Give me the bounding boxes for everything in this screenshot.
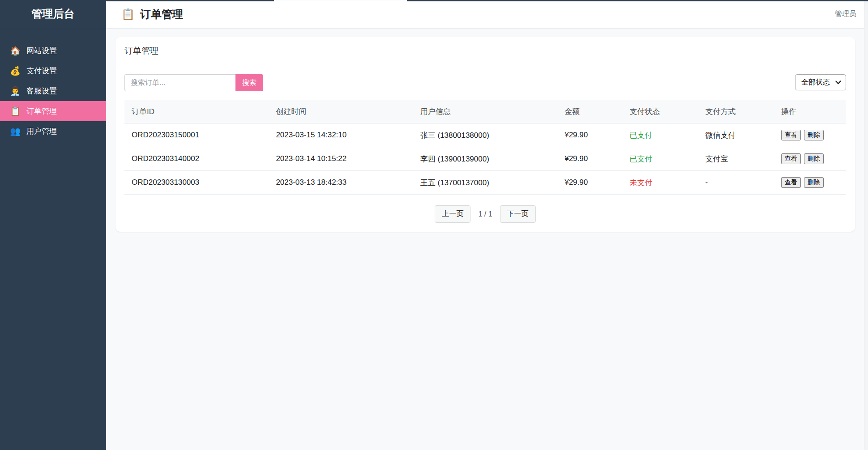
scrollbar[interactable] — [864, 1, 868, 450]
order-id: ORD202303130003 — [124, 171, 269, 195]
actions-cell: 查看删除 — [774, 123, 846, 147]
sidebar-item-label: 用户管理 — [26, 126, 57, 136]
header: 📋 订单管理 管理员 — [106, 0, 868, 29]
sidebar: 管理后台 🏠网站设置💰支付设置👨‍💼客服设置📋订单管理👥用户管理 — [0, 0, 106, 450]
sidebar-item-link[interactable]: 🏠网站设置 — [0, 41, 106, 61]
order-amount: ¥29.90 — [557, 123, 622, 147]
order-created: 2023-03-15 14:32:10 — [269, 123, 413, 147]
table-row: ORD2023031300032023-03-13 18:42:33王五 (13… — [124, 171, 846, 195]
order-created: 2023-03-14 10:15:22 — [269, 147, 413, 171]
toolbar: 搜索 全部状态 — [124, 74, 846, 91]
delete-button[interactable]: 删除 — [804, 130, 824, 140]
pagination: 上一页 1 / 1 下一页 — [124, 205, 846, 223]
view-button[interactable]: 查看 — [781, 153, 801, 164]
sidebar-item-label: 客服设置 — [26, 86, 57, 96]
column-header: 支付状态 — [622, 100, 698, 123]
order-created: 2023-03-13 18:42:33 — [269, 171, 413, 195]
order-amount: ¥29.90 — [557, 171, 622, 195]
table-row: ORD2023031500012023-03-15 14:32:10张三 (13… — [124, 123, 846, 147]
sidebar-menu: 🏠网站设置💰支付设置👨‍💼客服设置📋订单管理👥用户管理 — [0, 41, 106, 141]
sidebar-item-active[interactable]: 📋订单管理 — [0, 101, 106, 121]
order-amount: ¥29.90 — [557, 147, 622, 171]
sidebar-item-label: 网站设置 — [26, 46, 57, 56]
table-row: ORD2023031400022023-03-14 10:15:22李四 (13… — [124, 147, 846, 171]
orders-card: 订单管理 搜索 全部状态 — [115, 37, 855, 232]
order-table-body: ORD2023031500012023-03-15 14:32:10张三 (13… — [124, 123, 846, 195]
actions-cell: 查看删除 — [774, 171, 846, 195]
search-group: 搜索 — [124, 74, 263, 91]
sidebar-item-link[interactable]: 👥用户管理 — [0, 121, 106, 141]
next-page-button[interactable]: 下一页 — [500, 205, 536, 223]
search-button[interactable]: 搜索 — [235, 74, 263, 91]
order-id: ORD202303150001 — [124, 123, 269, 147]
order-user: 张三 (13800138000) — [413, 123, 557, 147]
top-border — [0, 0, 868, 1]
moneybag-icon: 💰 — [10, 66, 21, 76]
actions-cell: 查看删除 — [774, 147, 846, 171]
clipboard-icon: 📋 — [121, 8, 135, 21]
page-title: 📋 订单管理 — [121, 7, 183, 21]
sidebar-item-link[interactable]: 👨‍💼客服设置 — [0, 81, 106, 101]
search-input[interactable] — [124, 74, 235, 91]
column-header: 用户信息 — [413, 100, 557, 123]
agent-icon: 👨‍💼 — [10, 86, 21, 96]
delete-button[interactable]: 删除 — [804, 153, 824, 164]
card-body: 搜索 全部状态 订单ID创建时间用户信息金额支付状态支付方式操作 ORD2 — [115, 65, 855, 232]
sidebar-item-link[interactable]: 💰支付设置 — [0, 61, 106, 81]
app-title: 管理后台 — [0, 0, 106, 28]
chevron-down-icon — [835, 81, 841, 85]
main-content: 订单管理 搜索 全部状态 — [106, 29, 868, 450]
home-icon: 🏠 — [10, 46, 21, 56]
status-filter-value: 全部状态 — [801, 78, 830, 87]
status-filter-select[interactable]: 全部状态 — [795, 74, 846, 90]
payment-method: 微信支付 — [698, 123, 774, 147]
orders-table: 订单ID创建时间用户信息金额支付状态支付方式操作 ORD202303150001… — [124, 100, 846, 195]
user-label: 管理员 — [835, 9, 856, 19]
table-head: 订单ID创建时间用户信息金额支付状态支付方式操作 — [124, 100, 846, 123]
page-title-text: 订单管理 — [140, 7, 183, 21]
column-header: 订单ID — [124, 100, 269, 123]
card-title: 订单管理 — [115, 37, 855, 65]
column-header: 支付方式 — [698, 100, 774, 123]
view-button[interactable]: 查看 — [781, 177, 801, 188]
payment-method: - — [698, 171, 774, 195]
view-button[interactable]: 查看 — [781, 130, 801, 140]
order-id: ORD202303140002 — [124, 147, 269, 171]
column-header: 创建时间 — [269, 100, 413, 123]
column-header: 操作 — [774, 100, 846, 123]
payment-status: 已支付 — [622, 147, 698, 171]
order-user: 王五 (13700137000) — [413, 171, 557, 195]
sidebar-item-label: 订单管理 — [26, 106, 57, 116]
column-header: 金额 — [557, 100, 622, 123]
clipboard-icon: 📋 — [10, 106, 21, 116]
order-user: 李四 (13900139000) — [413, 147, 557, 171]
prev-page-button[interactable]: 上一页 — [435, 205, 470, 223]
users-icon: 👥 — [10, 126, 21, 136]
sidebar-item-label: 支付设置 — [26, 66, 57, 76]
top-border-gap — [274, 0, 407, 1]
delete-button[interactable]: 删除 — [804, 177, 824, 188]
payment-method: 支付宝 — [698, 147, 774, 171]
payment-status: 已支付 — [622, 123, 698, 147]
payment-status: 未支付 — [622, 171, 698, 195]
page-info: 1 / 1 — [478, 210, 492, 218]
table-header-row: 订单ID创建时间用户信息金额支付状态支付方式操作 — [124, 100, 846, 123]
